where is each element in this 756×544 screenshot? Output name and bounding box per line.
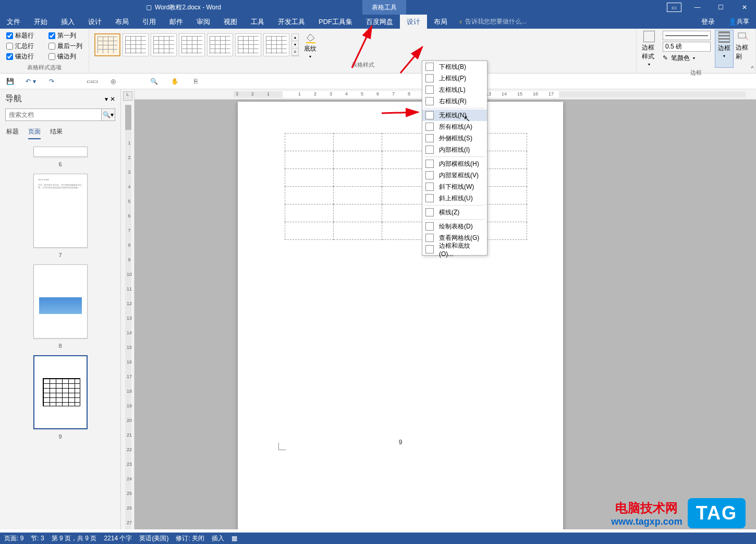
table-style-4[interactable] bbox=[179, 33, 205, 56]
table-styles-more[interactable]: ▴▾≡ bbox=[291, 33, 299, 56]
page-number: 9 bbox=[399, 439, 403, 446]
login-link[interactable]: 登录 bbox=[694, 15, 722, 29]
qat-btn-2[interactable]: ◎ bbox=[107, 76, 119, 87]
thumb-page-7[interactable]: 第1节 第9讲这是一段示例文本内容，用于填充缩略图显示区域。文本内容会根据实际文… bbox=[33, 174, 88, 248]
status-section[interactable]: 节: 3 bbox=[31, 534, 44, 543]
table-style-7[interactable] bbox=[263, 33, 289, 56]
dd-no-border[interactable]: 无框线(N) bbox=[422, 110, 487, 121]
chk-last-col[interactable]: 最后一列 bbox=[48, 41, 82, 51]
table-style-1[interactable] bbox=[94, 33, 120, 56]
menu-tools[interactable]: 工具 bbox=[244, 15, 271, 29]
menu-layout[interactable]: 布局 bbox=[108, 15, 136, 29]
watermark-title: 电脑技术网 bbox=[615, 500, 678, 516]
chk-banded-row[interactable]: 镶边行 bbox=[6, 52, 34, 62]
status-macro-icon[interactable]: ▦ bbox=[231, 535, 237, 542]
dd-all-borders[interactable]: 所有框线(A) bbox=[422, 121, 487, 132]
border-painter-button[interactable]: 边框刷 bbox=[734, 30, 752, 68]
dd-top-border[interactable]: 上框线(P) bbox=[422, 72, 487, 84]
close-button[interactable]: ✕ bbox=[733, 0, 756, 15]
status-lang[interactable]: 英语(美国) bbox=[139, 534, 168, 543]
menu-file[interactable]: 文件 bbox=[0, 15, 27, 29]
dd-right-border[interactable]: 右框线(R) bbox=[422, 95, 487, 107]
status-page-of[interactable]: 第 9 页，共 9 页 bbox=[52, 534, 97, 543]
table-style-5[interactable] bbox=[207, 33, 233, 56]
save-button[interactable]: 💾 bbox=[4, 76, 16, 87]
status-mode[interactable]: 插入 bbox=[212, 534, 224, 543]
menu-review[interactable]: 审阅 bbox=[190, 15, 217, 29]
table-style-6[interactable] bbox=[235, 33, 261, 56]
ribbon-display-icon[interactable]: ▭ bbox=[662, 0, 686, 15]
menu-insert[interactable]: 插入 bbox=[54, 15, 81, 29]
menu-table-design[interactable]: 设计 bbox=[400, 15, 427, 29]
qat-btn-1[interactable]: ▭▭ bbox=[87, 76, 98, 87]
qat-btn-5[interactable]: ⎘ bbox=[190, 76, 201, 87]
dd-hline[interactable]: 横线(Z) bbox=[422, 207, 487, 218]
thumb-page-9[interactable] bbox=[33, 355, 88, 429]
cursor-icon: ↖ bbox=[464, 114, 470, 124]
menu-design-doc[interactable]: 设计 bbox=[81, 15, 108, 29]
menu-home[interactable]: 开始 bbox=[27, 15, 54, 29]
menu-mailings[interactable]: 邮件 bbox=[163, 15, 190, 29]
dd-inside-borders[interactable]: 内部框线(I) bbox=[422, 144, 487, 155]
line-style-preview[interactable] bbox=[663, 31, 711, 40]
table-style-3[interactable] bbox=[151, 33, 177, 56]
tag-badge: TAG bbox=[688, 498, 746, 528]
status-page[interactable]: 页面: 9 bbox=[4, 534, 23, 543]
pen-color[interactable]: ✎笔颜色 ▾ bbox=[663, 53, 711, 63]
share-button[interactable]: 👤 共享 bbox=[722, 15, 756, 29]
tell-me-search[interactable]: ♀告诉我您想要做什么... bbox=[458, 15, 527, 29]
nav-close-icon[interactable]: ✕ bbox=[110, 95, 115, 103]
svg-rect-1 bbox=[738, 33, 746, 38]
borders-group-label: 边框 bbox=[640, 68, 752, 78]
table-style-2[interactable] bbox=[123, 33, 149, 56]
page-thumbnails: 6 第1节 第9讲这是一段示例文本内容，用于填充缩略图显示区域。文本内容会根据实… bbox=[5, 144, 115, 525]
menu-dev[interactable]: 开发工具 bbox=[271, 15, 312, 29]
chk-total-row[interactable]: 汇总行 bbox=[6, 41, 34, 51]
redo-button[interactable]: ↷ bbox=[46, 76, 57, 87]
chk-header-row[interactable]: 标题行 bbox=[6, 31, 34, 41]
thumb-page-6[interactable] bbox=[33, 147, 88, 157]
borders-button[interactable]: 边框▾ bbox=[715, 30, 734, 68]
menu-references[interactable]: 引用 bbox=[136, 15, 163, 29]
dd-draw-table[interactable]: 绘制表格(D) bbox=[422, 221, 487, 232]
chk-banded-col[interactable]: 镶边列 bbox=[48, 52, 82, 62]
search-button[interactable]: 🔍▾ bbox=[101, 109, 115, 120]
document-table[interactable] bbox=[285, 133, 527, 240]
document-page[interactable]: 9 bbox=[238, 102, 563, 529]
tab-headings[interactable]: 标题 bbox=[6, 127, 19, 139]
nav-search[interactable]: 🔍▾ bbox=[5, 108, 115, 121]
shading-button[interactable]: 底纹 ▾ bbox=[301, 29, 320, 61]
dd-diag-down[interactable]: 斜下框线(W) bbox=[422, 181, 487, 192]
table-tools-tab[interactable]: 表格工具 bbox=[362, 0, 406, 15]
border-styles-button[interactable]: 边框样式▾ bbox=[640, 30, 659, 68]
collapse-ribbon-icon[interactable]: ^ bbox=[751, 65, 754, 72]
status-words[interactable]: 2214 个字 bbox=[104, 534, 132, 543]
minimize-button[interactable]: — bbox=[686, 0, 709, 15]
pen-weight[interactable]: 0.5 磅 bbox=[663, 41, 711, 52]
dd-diag-up[interactable]: 斜上框线(U) bbox=[422, 192, 487, 204]
dd-borders-shading[interactable]: 边框和底纹(O)... bbox=[422, 244, 487, 255]
menu-view[interactable]: 视图 bbox=[217, 15, 244, 29]
nav-title: 导航 bbox=[5, 93, 22, 104]
dd-inside-v[interactable]: 内部竖框线(V) bbox=[422, 170, 487, 181]
dd-inside-h[interactable]: 内部横框线(H) bbox=[422, 158, 487, 170]
menu-table-layout[interactable]: 布局 bbox=[427, 15, 454, 29]
qat-btn-3[interactable]: 🔍 bbox=[148, 76, 160, 87]
dd-bottom-border[interactable]: 下框线(B) bbox=[422, 61, 487, 72]
status-track[interactable]: 修订: 关闭 bbox=[176, 534, 204, 543]
thumb-page-8[interactable] bbox=[33, 264, 88, 339]
dd-outside-borders[interactable]: 外侧框线(S) bbox=[422, 132, 487, 144]
undo-button[interactable]: ↶ ▾ bbox=[25, 76, 36, 87]
vertical-ruler: L 12345678910111213141516171819202122232… bbox=[121, 89, 135, 529]
tab-results[interactable]: 结果 bbox=[50, 127, 63, 139]
search-input[interactable] bbox=[6, 109, 101, 120]
nav-dropdown-icon[interactable]: ▾ bbox=[105, 95, 108, 103]
tab-pages[interactable]: 页面 bbox=[28, 127, 41, 139]
menu-baidu[interactable]: 百度网盘 bbox=[359, 15, 400, 29]
qat-btn-4[interactable]: ✋ bbox=[169, 76, 180, 87]
chk-first-col[interactable]: 第一列 bbox=[48, 31, 82, 41]
maximize-button[interactable]: ☐ bbox=[709, 0, 733, 15]
menu-pdf[interactable]: PDF工具集 bbox=[312, 15, 359, 29]
dd-left-border[interactable]: 左框线(L) bbox=[422, 84, 487, 95]
borders-dropdown: 下框线(B) 上框线(P) 左框线(L) 右框线(R) 无框线(N) 所有框线(… bbox=[422, 61, 487, 256]
